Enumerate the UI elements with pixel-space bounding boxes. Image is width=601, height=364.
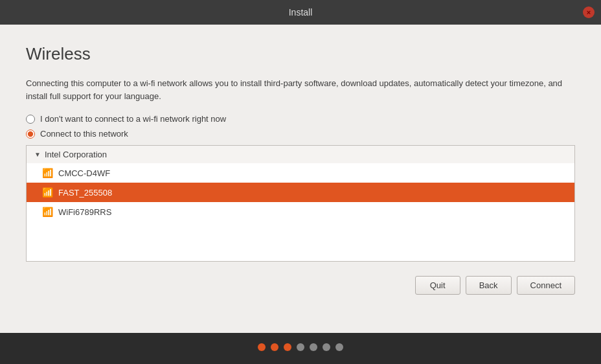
network-ssid-fast: FAST_255508 (58, 188, 112, 198)
expand-icon: ▼ (34, 151, 41, 158)
close-button[interactable]: × (583, 6, 595, 18)
quit-button[interactable]: Quit (415, 276, 460, 295)
dot-6 (323, 343, 330, 351)
dot-7 (335, 343, 343, 351)
back-button[interactable]: Back (466, 276, 512, 295)
wifi-icon-fast: 📶 (42, 187, 53, 198)
network-group-header: ▼ Intel Corporation (27, 146, 574, 163)
no-wifi-radio[interactable] (26, 115, 35, 124)
network-item-fast[interactable]: 📶 FAST_255508 (27, 183, 574, 202)
window-title: Install (289, 7, 313, 17)
radio-group: I don't want to connect to a wi-fi netwo… (26, 114, 575, 139)
main-window: Install × Wireless Connecting this compu… (0, 0, 601, 364)
close-icon: × (587, 8, 591, 16)
connect-radio[interactable] (26, 130, 35, 139)
dot-1 (258, 343, 266, 351)
page-title: Wireless (26, 44, 575, 64)
network-item-cmcc[interactable]: 📶 CMCC-D4WF (27, 163, 574, 183)
wifi-icon-cmcc: 📶 (42, 168, 53, 178)
dot-5 (310, 343, 317, 351)
no-wifi-option[interactable]: I don't want to connect to a wi-fi netwo… (26, 114, 575, 124)
dot-3 (284, 343, 291, 351)
description-text: Connecting this computer to a wi-fi netw… (26, 77, 575, 102)
connect-label: Connect to this network (40, 129, 128, 139)
dot-2 (271, 343, 278, 351)
network-item-wifi6789[interactable]: 📶 WiFi6789RRS (27, 202, 574, 222)
network-list[interactable]: ▼ Intel Corporation 📶 CMCC-D4WF 📶 FAST_2… (26, 145, 575, 262)
no-wifi-label: I don't want to connect to a wi-fi netwo… (40, 114, 226, 124)
connect-option[interactable]: Connect to this network (26, 129, 575, 139)
progress-dots (0, 333, 601, 364)
network-ssid-wifi6789: WiFi6789RRS (58, 207, 111, 217)
main-content: Wireless Connecting this computer to a w… (0, 25, 601, 333)
connect-button[interactable]: Connect (517, 276, 575, 295)
network-ssid-cmcc: CMCC-D4WF (58, 168, 110, 178)
titlebar: Install × (0, 0, 601, 25)
wifi-icon-wifi6789: 📶 (42, 207, 53, 217)
button-row: Quit Back Connect (26, 276, 575, 295)
network-group-name: Intel Corporation (45, 150, 107, 159)
dot-4 (297, 343, 304, 351)
